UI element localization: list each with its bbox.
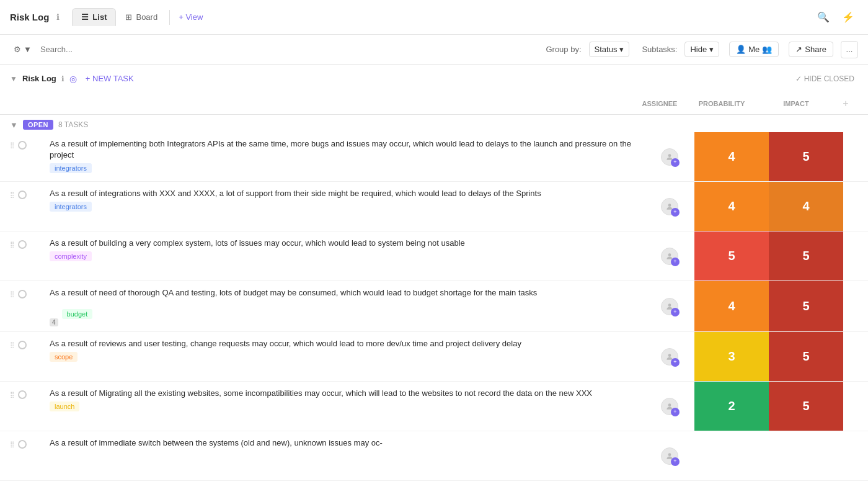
avatar[interactable]: + [661,348,678,366]
drag-handle[interactable]: ⣿ [10,441,14,447]
me-button[interactable]: 👤 Me 👥 [729,42,779,57]
task-content: As a result of implementing both Integra… [50,132,645,181]
task-tag[interactable]: budget [62,309,93,319]
task-probability: 4 [694,182,769,231]
probability-value: 3 [694,332,769,381]
avatar[interactable]: + [661,298,678,315]
group-collapse-button[interactable]: ▼ [10,120,18,130]
filter-dropdown-icon: ▼ [24,45,32,54]
add-assignee-icon[interactable]: + [671,308,680,316]
task-row[interactable]: ⣿ As a result of implementing both Integ… [0,132,868,182]
task-badge-num: 4 [50,318,58,326]
add-assignee-icon[interactable]: + [671,158,680,167]
avatar[interactable]: + [661,248,678,265]
tab-list[interactable]: ☰ List [72,8,116,26]
person-group-icon: 👥 [762,45,772,54]
section-info-icon[interactable]: ℹ [61,74,64,83]
task-assignee: + [645,281,694,331]
task-row[interactable]: ⣿ As a result of reviews and user testin… [0,332,868,382]
col-probability-header: PROBABILITY [684,100,759,107]
task-row[interactable]: ⣿ As a result of need of thorough QA and… [0,281,868,332]
chevron-down-icon: ▾ [619,45,624,54]
task-tags: integrators [50,202,640,212]
drag-handle[interactable]: ⣿ [10,391,14,398]
tab-divider [169,10,170,25]
task-checkbox[interactable] [18,191,27,199]
task-impact [769,431,843,480]
task-tags: scope [50,352,640,362]
add-assignee-icon[interactable]: + [671,358,680,367]
col-add-cell [843,382,868,431]
add-view-button[interactable]: + View [172,9,209,25]
task-left: ⣿ [0,132,50,181]
task-tag[interactable]: scope [50,352,78,362]
task-probability: 5 [694,231,769,280]
add-assignee-icon[interactable]: + [671,258,680,266]
hide-closed-button[interactable]: ✓ HIDE CLOSED [792,73,858,85]
drag-handle[interactable]: ⣿ [10,241,14,248]
search-input[interactable] [40,45,164,54]
bolt-icon[interactable]: ⚡ [838,7,858,27]
impact-value: 5 [769,382,843,431]
task-checkbox[interactable] [18,290,27,298]
task-row[interactable]: ⣿ As a result of Migrating all the exist… [0,382,868,431]
add-assignee-icon[interactable]: + [671,208,680,217]
drag-handle[interactable]: ⣿ [10,191,14,198]
impact-value [769,431,843,480]
task-row[interactable]: ⣿ As a result of integrations with XXX a… [0,182,868,231]
task-checkbox[interactable] [18,390,27,399]
status-group-header: ▼ OPEN 8 TASKS [0,115,868,132]
task-impact: 5 [769,332,843,381]
info-icon[interactable]: ℹ [56,12,60,22]
board-icon: ⊞ [125,12,132,22]
automation-icon[interactable]: ◎ [69,74,77,84]
task-checkbox[interactable] [18,341,27,349]
task-row[interactable]: ⣿ As a result of immediate switch betwee… [0,431,868,481]
add-assignee-icon[interactable]: + [671,408,680,416]
avatar[interactable]: + [661,198,678,215]
new-task-button[interactable]: + NEW TASK [82,72,138,85]
filter-button[interactable]: ⚙ ▼ [10,42,35,56]
drag-handle[interactable]: ⣿ [10,141,14,148]
probability-value [694,431,769,480]
avatar[interactable]: + [661,148,678,166]
task-content: As a result of need of thorough QA and t… [50,281,645,331]
drag-handle[interactable]: ⣿ [10,290,14,297]
task-assignee: + [645,332,694,381]
impact-value: 5 [769,132,843,181]
task-tags: launch [50,402,640,411]
svg-point-0 [668,154,671,157]
task-left: ⣿ [0,431,50,480]
task-tag[interactable]: integrators [50,202,92,212]
task-row[interactable]: ⣿ As a result of building a very complex… [0,231,868,281]
checkmark-icon: ✓ [795,74,802,83]
task-tag[interactable]: integrators [50,163,92,173]
avatar[interactable]: + [661,398,678,415]
task-checkbox[interactable] [18,240,27,249]
task-tag[interactable]: launch [50,402,79,411]
drag-handle[interactable]: ⣿ [10,341,14,348]
probability-value: 4 [694,132,769,181]
avatar[interactable]: + [661,447,678,465]
col-add-cell [843,431,868,480]
col-add-header[interactable]: + [833,98,858,109]
task-probability: 3 [694,332,769,381]
task-left: ⣿ [0,382,50,431]
subtasks-dropdown[interactable]: Hide ▾ [684,42,719,57]
more-button[interactable]: ... [841,41,858,58]
task-tag[interactable]: complexity [50,251,92,261]
svg-point-3 [668,303,671,307]
col-add-cell [843,132,868,181]
section-toggle[interactable]: ▼ [10,74,17,83]
column-headers: ASSIGNEE PROBABILITY IMPACT + [0,92,868,115]
search-icon[interactable]: 🔍 [813,7,833,27]
task-title: As a result of building a very complex s… [50,238,640,249]
share-button[interactable]: ↗ Share [789,42,833,57]
add-column-icon[interactable]: + [843,98,848,109]
list-icon: ☰ [81,12,89,22]
task-checkbox[interactable] [18,141,27,150]
group-by-dropdown[interactable]: Status ▾ [589,42,630,57]
task-checkbox[interactable] [18,440,27,449]
add-assignee-icon[interactable]: + [671,457,680,466]
tab-board[interactable]: ⊞ Board [116,8,167,26]
